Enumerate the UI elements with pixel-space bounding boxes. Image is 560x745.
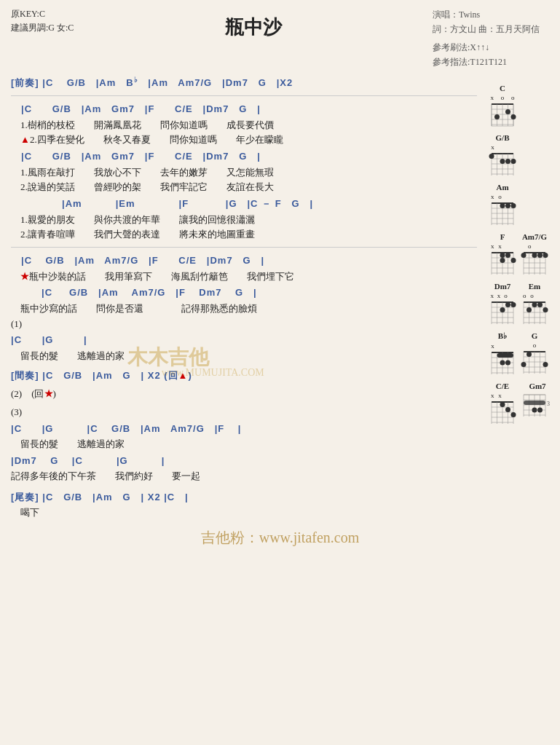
part3-lyrics1: 留長的髮 逃離過的家 bbox=[11, 437, 477, 452]
chord-Em-grid: 3 bbox=[521, 299, 548, 327]
svg-point-120 bbox=[521, 362, 527, 367]
chord-Am-grid bbox=[489, 200, 516, 228]
chord-CE-grid bbox=[489, 399, 516, 427]
svg-point-92 bbox=[532, 302, 537, 307]
part3-section: (3) |C |G |C G/B |Am Am7/G |F | 留長的髮 逃離過… bbox=[11, 405, 477, 484]
chorus-section: |C G/B |Am Am7/G |F C/E |Dm7 G | ★瓶中沙裝的話… bbox=[11, 252, 477, 363]
svg-point-65 bbox=[521, 253, 527, 258]
svg-point-13 bbox=[511, 114, 516, 119]
svg-point-68 bbox=[543, 253, 548, 258]
chord-row-1: C xoo bbox=[489, 84, 554, 129]
svg-point-11 bbox=[494, 114, 500, 119]
verse1-chord2: |C G/B |Am Gm7 |F C/E |Dm7 G | bbox=[11, 148, 477, 165]
svg-point-52 bbox=[505, 253, 510, 258]
original-key: 原KEY:C bbox=[11, 7, 74, 21]
chord-GB: G/B x bbox=[489, 133, 516, 178]
verse1-lyrics1a: 1.樹梢的枝椏 開滿鳳凰花 問你知道嗎 成長要代價 bbox=[11, 118, 477, 133]
suggested-key: 建議男調:G 女:C bbox=[11, 21, 74, 35]
chorus-lyrics1: ★瓶中沙裝的話 我用筆寫下 海風刮竹籬笆 我們埋下它 bbox=[11, 269, 477, 285]
chord-Dm7-grid bbox=[489, 299, 516, 327]
strum-pattern: 參考刷法:X↑↑↓ 參考指法:T121T121 bbox=[433, 40, 549, 70]
svg-point-95 bbox=[543, 307, 548, 312]
svg-point-81 bbox=[500, 307, 505, 312]
chord-Dm7: Dm7 xxo bbox=[489, 282, 516, 327]
chord-diagrams: C xoo bbox=[489, 84, 554, 427]
chorus-chord1: |C G/B |Am Am7/G |F C/E |Dm7 G | bbox=[11, 252, 477, 269]
verse1-lyrics1b: ▲2.四季在變化 秋冬又春夏 問你知道嗎 年少在矇矓 bbox=[11, 133, 477, 148]
header-area: 原KEY:C 建議男調:G 女:C 瓶中沙 演唱：Twins 詞：方文山 曲：五… bbox=[11, 7, 549, 70]
chord-row-2: G/B x bbox=[489, 133, 554, 178]
chord-Am7G: Am7/G o bbox=[521, 232, 548, 277]
right-info: 演唱：Twins 詞：方文山 曲：五月天阿信 參考刷法:X↑↑↓ 參考指法:T1… bbox=[433, 7, 549, 70]
svg-point-54 bbox=[500, 258, 505, 263]
verse1-section: |C G/B |Am Gm7 |F C/E |Dm7 G | 1.樹梢的枝椏 開… bbox=[11, 100, 477, 243]
chord-Am: Am xo bbox=[489, 183, 516, 228]
chord-Em: Em oo bbox=[521, 282, 548, 327]
svg-text:3: 3 bbox=[547, 401, 550, 407]
chorus-chord2: |C G/B |Am Am7/G |F Dm7 G | bbox=[11, 284, 477, 301]
svg-rect-146 bbox=[524, 401, 545, 405]
verse1-lyrics2b: 2.說過的笑話 曾經吵的架 我們牢記它 友誼在長大 bbox=[11, 180, 477, 195]
singer: 演唱：Twins bbox=[433, 7, 549, 22]
svg-point-67 bbox=[537, 253, 543, 258]
repeat2-text: (2) (回★) bbox=[11, 387, 477, 402]
chord-F: F xx bbox=[489, 232, 516, 277]
svg-point-27 bbox=[511, 159, 516, 164]
svg-point-40 bbox=[511, 203, 516, 208]
footer-text: 吉他粉：www.jitafen.com bbox=[11, 528, 549, 548]
chorus-chord3: |C |G | bbox=[11, 331, 477, 348]
svg-point-51 bbox=[500, 253, 505, 258]
part3-chord2: |Dm7 G |C |G | bbox=[11, 452, 477, 469]
svg-point-108 bbox=[500, 360, 505, 366]
chord-row-6: B♭ x bbox=[489, 331, 554, 377]
svg-point-109 bbox=[505, 360, 510, 366]
chord-F-grid bbox=[489, 250, 516, 277]
outro-chord: [尾奏] |C G/B |Am G | X2 |C | bbox=[11, 489, 477, 505]
interlude-section: [間奏] |C G/B |Am G | X2 (回▲) bbox=[11, 367, 477, 384]
chord-Am7G-grid bbox=[521, 250, 548, 277]
chord-Bb-grid bbox=[489, 350, 516, 377]
repeat2-section: (2) (回★) bbox=[11, 387, 477, 402]
svg-point-122 bbox=[543, 362, 548, 367]
svg-rect-107 bbox=[497, 353, 514, 358]
outro-section: [尾奏] |C G/B |Am G | X2 |C | 喝下 bbox=[11, 489, 477, 521]
chorus-note: (1) bbox=[11, 317, 477, 332]
part3-chord1: |C |G |C G/B |Am Am7/G |F | bbox=[11, 420, 477, 437]
chord-G-grid bbox=[521, 349, 548, 377]
chord-row-3: Am xo bbox=[489, 183, 554, 228]
chorus-lyrics2: 瓶中沙寫的話 問你是否還 記得那熟悉的臉煩 bbox=[11, 301, 477, 317]
svg-point-26 bbox=[505, 159, 510, 164]
svg-point-66 bbox=[532, 253, 537, 258]
svg-point-121 bbox=[527, 352, 532, 357]
svg-point-147 bbox=[532, 408, 537, 413]
svg-point-135 bbox=[511, 412, 516, 417]
svg-point-93 bbox=[537, 302, 543, 307]
main-content: [前奏] |C G/B |Am B♭ |Am Am7/G |Dm7 G |X2 … bbox=[11, 74, 477, 521]
key-info: 原KEY:C 建議男調:G 女:C bbox=[11, 7, 74, 35]
song-title: 瓶中沙 bbox=[74, 7, 433, 40]
outro-lyrics: 喝下 bbox=[11, 505, 477, 521]
part3-lyrics2: 記得多年後的下午茶 我們約好 要一起 bbox=[11, 469, 477, 484]
chord-GB-grid bbox=[489, 151, 516, 178]
svg-point-25 bbox=[500, 159, 505, 164]
chord-C-grid bbox=[489, 101, 516, 129]
lyricist-composer: 詞：方文山 曲：五月天阿信 bbox=[433, 22, 549, 36]
verse1-lyrics3a: 1.親愛的朋友 與你共渡的年華 讓我的回憶很瀟灑 bbox=[11, 213, 477, 228]
verse1-chord1: |C G/B |Am Gm7 |F C/E |Dm7 G | bbox=[11, 100, 477, 117]
intro-chord-line: [前奏] |C G/B |Am B♭ |Am Am7/G |Dm7 G |X2 bbox=[11, 74, 477, 92]
verse1-chord3: |Am |Em |F |G |C － F G | bbox=[11, 195, 477, 212]
chord-CE: C/E xx bbox=[489, 382, 516, 427]
chord-Gm7-grid: 3 bbox=[521, 392, 554, 419]
chord-Gm7: Gm7 bbox=[521, 382, 554, 427]
svg-point-39 bbox=[505, 203, 510, 208]
svg-point-12 bbox=[505, 109, 510, 114]
svg-point-134 bbox=[505, 407, 510, 412]
svg-point-94 bbox=[527, 307, 532, 312]
chord-C: C xoo bbox=[489, 84, 516, 129]
part3-label: (3) bbox=[11, 405, 477, 420]
intro-section: [前奏] |C G/B |Am B♭ |Am Am7/G |Dm7 G |X2 bbox=[11, 74, 477, 92]
svg-point-80 bbox=[511, 302, 516, 307]
chord-row-5: Dm7 xxo bbox=[489, 282, 554, 327]
chord-G: G o bbox=[521, 331, 548, 377]
chorus-lyrics3: 留長的髮 逃離過的家 bbox=[11, 349, 477, 364]
